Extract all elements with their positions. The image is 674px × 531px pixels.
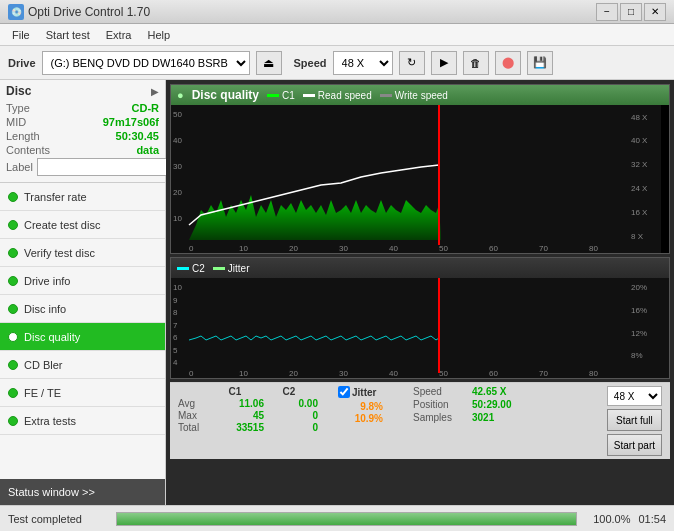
- app-title: Opti Drive Control 1.70: [28, 5, 150, 19]
- svg-text:30: 30: [339, 244, 348, 253]
- length-label: Length: [6, 130, 40, 142]
- total-label: Total: [178, 422, 210, 433]
- svg-text:6: 6: [173, 333, 178, 342]
- legend-c1: C1: [282, 90, 295, 101]
- c2-jitter-panel: C2 Jitter 10 9 8 7 6 5 4: [170, 257, 670, 379]
- progress-bar-fill: [117, 513, 576, 525]
- avg-c2-value: 0.00: [268, 398, 318, 409]
- nav-transfer-rate[interactable]: Transfer rate: [0, 183, 165, 211]
- svg-text:50: 50: [439, 369, 448, 378]
- info-button[interactable]: ⬤: [495, 51, 521, 75]
- nav-extra-tests[interactable]: Extra tests: [0, 407, 165, 435]
- svg-text:40: 40: [173, 136, 182, 145]
- minimize-button[interactable]: −: [596, 3, 618, 21]
- status-text: Test completed: [8, 513, 108, 525]
- c2-header: C2: [264, 386, 314, 397]
- maximize-button[interactable]: □: [620, 3, 642, 21]
- svg-text:40 X: 40 X: [631, 136, 648, 145]
- disc-section: Disc ▶ Type CD-R MID 97m17s06f Length 50…: [0, 80, 165, 183]
- nav-cd-bler[interactable]: CD Bler: [0, 351, 165, 379]
- close-button[interactable]: ✕: [644, 3, 666, 21]
- menu-file[interactable]: File: [4, 27, 38, 43]
- drive-info-icon: [8, 276, 18, 286]
- svg-text:70: 70: [539, 244, 548, 253]
- svg-text:8 X: 8 X: [631, 232, 644, 241]
- menu-start-test[interactable]: Start test: [38, 27, 98, 43]
- disc-quality-panel: ● Disc quality C1 Read speed Write speed: [170, 84, 670, 254]
- svg-text:50: 50: [173, 110, 182, 119]
- fe-te-icon: [8, 388, 18, 398]
- nav-drive-info[interactable]: Drive info: [0, 267, 165, 295]
- svg-text:8%: 8%: [631, 351, 643, 360]
- avg-c1-value: 11.06: [214, 398, 264, 409]
- svg-text:60: 60: [489, 369, 498, 378]
- avg-jitter-value: 9.8%: [338, 401, 383, 412]
- clear-button[interactable]: 🗑: [463, 51, 489, 75]
- nav-disc-quality[interactable]: Disc quality: [0, 323, 165, 351]
- legend-jitter: Jitter: [228, 263, 250, 274]
- cd-bler-icon: [8, 360, 18, 370]
- progress-bar: [116, 512, 577, 526]
- max-c2-value: 0: [268, 410, 318, 421]
- disc-section-title: Disc: [6, 84, 31, 98]
- svg-text:5: 5: [173, 346, 178, 355]
- time-label: 01:54: [638, 513, 666, 525]
- test-speed-select[interactable]: 48 X: [607, 386, 662, 406]
- menu-bar: File Start test Extra Help: [0, 24, 674, 46]
- samples-value: 3021: [472, 412, 494, 423]
- drive-select[interactable]: (G:) BENQ DVD DD DW1640 BSRB: [42, 51, 250, 75]
- refresh-button[interactable]: ↻: [399, 51, 425, 75]
- svg-text:20: 20: [173, 188, 182, 197]
- app-icon: 💿: [8, 4, 24, 20]
- svg-text:30: 30: [339, 369, 348, 378]
- nav-disc-info[interactable]: Disc info: [0, 295, 165, 323]
- status-window-bar[interactable]: Status window >>: [0, 479, 165, 505]
- nav-create-test-disc[interactable]: Create test disc: [0, 211, 165, 239]
- svg-text:10: 10: [239, 369, 248, 378]
- svg-text:10: 10: [173, 214, 182, 223]
- svg-text:8: 8: [173, 308, 178, 317]
- nav-fe-te[interactable]: FE / TE: [0, 379, 165, 407]
- svg-text:70: 70: [539, 369, 548, 378]
- svg-text:48 X: 48 X: [631, 113, 648, 122]
- disc-info-icon: [8, 304, 18, 314]
- max-label: Max: [178, 410, 210, 421]
- svg-text:20: 20: [289, 369, 298, 378]
- svg-text:20: 20: [289, 244, 298, 253]
- max-c1-value: 45: [214, 410, 264, 421]
- drive-label: Drive: [8, 57, 36, 69]
- speed-select[interactable]: 48 X 8 X 16 X 24 X 32 X 40 X: [333, 51, 393, 75]
- mid-value: 97m17s06f: [103, 116, 159, 128]
- speed-stat-value: 42.65 X: [472, 386, 506, 397]
- max-jitter-value: 10.9%: [338, 413, 383, 424]
- status-bar: Test completed 100.0% 01:54: [0, 505, 674, 531]
- label-label: Label: [6, 161, 33, 173]
- label-input[interactable]: [37, 158, 170, 176]
- svg-text:80: 80: [589, 244, 598, 253]
- jitter-header: Jitter: [352, 387, 376, 398]
- stats-bar: C1 C2 Avg 11.06 0.00 Max 45 0 Total 3351…: [170, 382, 670, 459]
- avg-label: Avg: [178, 398, 210, 409]
- menu-extra[interactable]: Extra: [98, 27, 140, 43]
- type-label: Type: [6, 102, 30, 114]
- svg-text:32 X: 32 X: [631, 160, 648, 169]
- total-c1-value: 33515: [214, 422, 264, 433]
- legend-write-speed: Write speed: [395, 90, 448, 101]
- eject-button[interactable]: ⏏: [256, 51, 282, 75]
- svg-text:24 X: 24 X: [631, 184, 648, 193]
- type-value: CD-R: [132, 102, 160, 114]
- svg-text:7: 7: [173, 321, 178, 330]
- svg-text:50: 50: [439, 244, 448, 253]
- start-part-button[interactable]: Start part: [607, 434, 662, 456]
- nav-verify-test-disc[interactable]: Verify test disc: [0, 239, 165, 267]
- svg-text:9: 9: [173, 296, 178, 305]
- save-button[interactable]: 💾: [527, 51, 553, 75]
- start-full-button[interactable]: Start full: [607, 409, 662, 431]
- drive-bar: Drive (G:) BENQ DVD DD DW1640 BSRB ⏏ Spe…: [0, 46, 674, 80]
- disc-quality-icon: [8, 332, 18, 342]
- menu-help[interactable]: Help: [139, 27, 178, 43]
- forward-button[interactable]: ▶: [431, 51, 457, 75]
- disc-arrow-icon[interactable]: ▶: [151, 86, 159, 97]
- jitter-checkbox[interactable]: [338, 386, 350, 398]
- content-area: ● Disc quality C1 Read speed Write speed: [166, 80, 674, 505]
